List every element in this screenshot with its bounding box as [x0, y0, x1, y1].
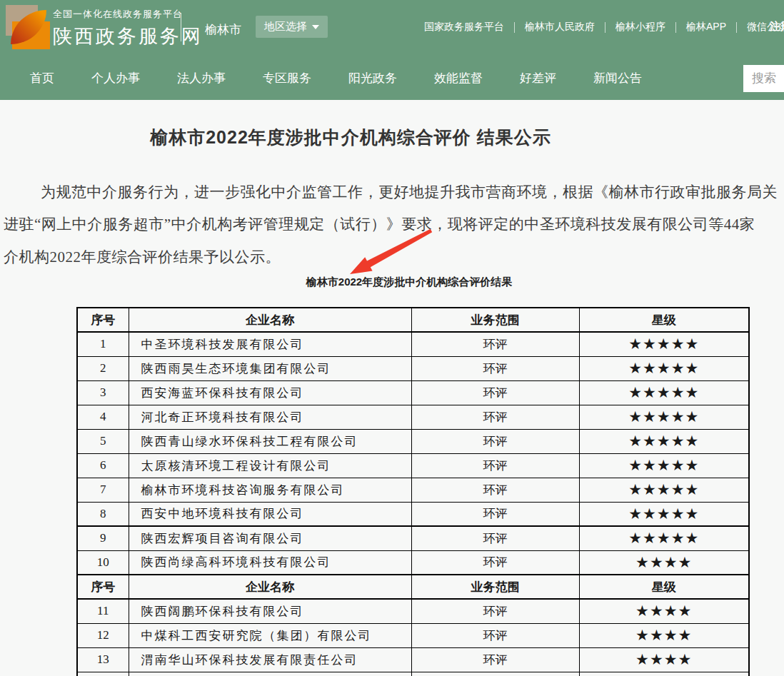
- company-name-cell: 西安中地环境科技有限公司: [129, 502, 411, 526]
- table-row: 4河北奇正环境科技有限公司环评★★★★★: [77, 405, 749, 429]
- nav-item-rating[interactable]: 好差评: [520, 70, 556, 86]
- table-row: 13渭南华山环保科技发展有限责任公司环评★★★★: [77, 647, 749, 672]
- table-row: 5陕西青山绿水环保科技工程有限公司环评★★★★★: [77, 429, 749, 453]
- business-scope-cell: 环评: [411, 405, 579, 429]
- company-name-cell: 陕西尚绿高科环境科技有限公司: [129, 550, 411, 575]
- nav-item-personal[interactable]: 个人办事: [91, 70, 140, 86]
- company-name-cell: 榆林市环境科技咨询服务有限公司: [129, 478, 411, 502]
- table-row: 1中圣环境科技发展有限公司环评★★★★★: [77, 332, 749, 356]
- register-link[interactable]: 注册: [770, 20, 784, 34]
- nav-item-open-government[interactable]: 阳光政务: [348, 70, 397, 86]
- table-header-row: 序号企业名称业务范围星级: [77, 575, 749, 599]
- company-name-cell: 太原核清环境工程设计有限公司: [129, 453, 411, 478]
- business-scope-cell: 环评: [411, 647, 579, 672]
- current-city-label: 榆林市: [205, 21, 241, 38]
- company-name-cell: 陕西宏辉项目咨询有限公司: [129, 526, 411, 550]
- star-rating-cell: ★★★★★: [579, 429, 749, 453]
- table-header-row: 序号企业名称业务范围星级: [77, 308, 749, 332]
- star-rating-cell: ★★★★: [579, 647, 749, 672]
- table-row: 6太原核清环境工程设计有限公司环评★★★★★: [77, 453, 749, 478]
- paragraph-line-2: 进驻“网上中介服务超市”中介机构考评管理规定（试行）》要求，现将评定的中圣环境科…: [4, 214, 755, 234]
- column-header: 序号: [77, 308, 129, 332]
- star-rating-cell: ★★★★★: [579, 405, 749, 429]
- star-rating-cell: ★★★★★: [579, 380, 749, 405]
- empty-cell: [77, 672, 129, 676]
- column-header: 序号: [77, 575, 129, 599]
- table-row: 12中煤科工西安研究院（集团）有限公司环评★★★★: [77, 623, 749, 647]
- paragraph-line-3: 介机构2022年度综合评价结果予以公示。: [4, 247, 281, 267]
- column-header: 企业名称: [129, 575, 411, 599]
- nav-item-efficiency-supervision[interactable]: 效能监督: [434, 70, 483, 86]
- business-scope-cell: 环评: [411, 526, 579, 550]
- business-scope-cell: 环评: [411, 380, 579, 405]
- table-row: 3西安海蓝环保科技有限公司环评★★★★★: [77, 380, 749, 405]
- top-link-city-government[interactable]: 榆林市人民政府: [515, 21, 605, 34]
- star-rating-cell: ★★★★: [579, 623, 749, 647]
- nav-item-news[interactable]: 新闻公告: [593, 70, 642, 86]
- star-rating-cell: ★★★★★: [579, 332, 749, 356]
- empty-cell: [129, 672, 411, 676]
- company-name-cell: 陕西雨昊生态环境集团有限公司: [129, 356, 411, 380]
- table-caption: 榆林市2022年度涉批中介机构综合评价结果: [0, 276, 784, 289]
- nav-item-legal-person[interactable]: 法人办事: [177, 70, 226, 86]
- company-name-cell: 陕西阔鹏环保科技有限公司: [129, 599, 411, 623]
- star-rating-cell: ★★★★★: [579, 356, 749, 380]
- table-row: 2陕西雨昊生态环境集团有限公司环评★★★★★: [77, 356, 749, 380]
- star-rating-cell: ★★★★★: [579, 478, 749, 502]
- business-scope-cell: 环评: [411, 478, 579, 502]
- empty-cell: [411, 672, 579, 676]
- announcement-content: 榆林市2022年度涉批中介机构综合评价 结果公示 为规范中介服务行为，进一步强化…: [0, 100, 784, 676]
- table-row: 11陕西阔鹏环保科技有限公司环评★★★★: [77, 599, 749, 623]
- column-header: 星级: [579, 575, 749, 599]
- company-name-cell: 渭南华山环保科技发展有限责任公司: [129, 647, 411, 672]
- star-rating-cell: ★★★★: [579, 599, 749, 623]
- row-index-cell: 8: [77, 502, 129, 526]
- row-index-cell: 7: [77, 478, 129, 502]
- row-index-cell: 5: [77, 429, 129, 453]
- business-scope-cell: 环评: [411, 623, 579, 647]
- nav-item-home[interactable]: 首页: [30, 70, 54, 86]
- row-index-cell: 1: [77, 332, 129, 356]
- column-header: 星级: [579, 308, 749, 332]
- table-row: 8西安中地环境科技有限公司环评★★★★★: [77, 502, 749, 526]
- region-select-label: 地区选择: [264, 20, 307, 34]
- main-nav-items: 首页 个人办事 法人办事 专区服务 阳光政务 效能监督 好差评 新闻公告: [30, 56, 642, 100]
- table-row-partial: [77, 672, 749, 676]
- top-link-mini-program[interactable]: 榆林小程序: [605, 21, 675, 34]
- company-name-cell: 中煤科工西安研究院（集团）有限公司: [129, 623, 411, 647]
- company-name-cell: 中圣环境科技发展有限公司: [129, 332, 411, 356]
- site-logo[interactable]: [6, 5, 50, 49]
- top-link-national-platform[interactable]: 国家政务服务平台: [414, 21, 514, 34]
- row-index-cell: 12: [77, 623, 129, 647]
- chevron-down-icon: [312, 25, 319, 29]
- row-index-cell: 13: [77, 647, 129, 672]
- business-scope-cell: 环评: [411, 502, 579, 526]
- business-scope-cell: 环评: [411, 599, 579, 623]
- column-header: 业务范围: [411, 575, 579, 599]
- row-index-cell: 9: [77, 526, 129, 550]
- row-index-cell: 10: [77, 550, 129, 575]
- business-scope-cell: 环评: [411, 429, 579, 453]
- page-title: 榆林市2022年度涉批中介机构综合评价 结果公示: [0, 126, 701, 149]
- empty-cell: [579, 672, 749, 676]
- top-link-app[interactable]: 榆林APP: [676, 21, 736, 34]
- search-input[interactable]: [743, 65, 784, 92]
- row-index-cell: 2: [77, 356, 129, 380]
- top-links-nav: 国家政务服务平台 榆林市人民政府 榆林小程序 榆林APP 微信公众号: [414, 21, 784, 34]
- table-row: 7榆林市环境科技咨询服务有限公司环评★★★★★: [77, 478, 749, 502]
- column-header: 企业名称: [129, 308, 411, 332]
- business-scope-cell: 环评: [411, 356, 579, 380]
- region-select-button[interactable]: 地区选择: [256, 16, 328, 38]
- paragraph-line-1: 为规范中介服务行为，进一步强化中介监管工作，更好地提升我市营商环境，根据《榆林市…: [4, 182, 778, 202]
- business-scope-cell: 环评: [411, 332, 579, 356]
- business-scope-cell: 环评: [411, 453, 579, 478]
- row-index-cell: 3: [77, 380, 129, 405]
- business-scope-cell: 环评: [411, 550, 579, 575]
- nav-item-zone-services[interactable]: 专区服务: [263, 70, 311, 86]
- table-row: 10陕西尚绿高科环境科技有限公司环评★★★★: [77, 550, 749, 575]
- company-name-cell: 河北奇正环境科技有限公司: [129, 405, 411, 429]
- star-rating-cell: ★★★★★: [579, 526, 749, 550]
- table-row: 9陕西宏辉项目咨询有限公司环评★★★★★: [77, 526, 749, 550]
- column-header: 业务范围: [411, 308, 579, 332]
- star-rating-cell: ★★★★★: [579, 453, 749, 478]
